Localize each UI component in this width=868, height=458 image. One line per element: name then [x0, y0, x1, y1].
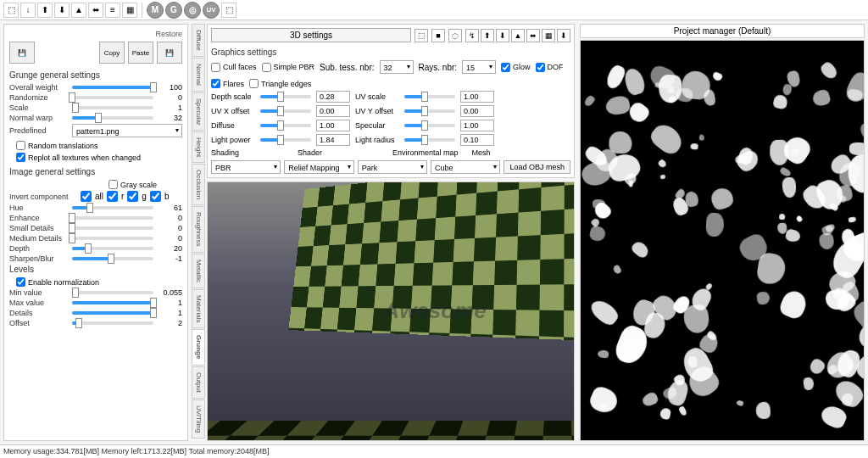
gfx-specular-label: Specular: [355, 121, 399, 130]
save2-icon[interactable]: 💾: [157, 42, 182, 64]
strip-4-icon[interactable]: ▲: [511, 29, 525, 42]
image-hue-slider[interactable]: [72, 206, 153, 209]
paste-button[interactable]: Paste: [128, 42, 153, 64]
strip-1-icon[interactable]: ↯: [465, 29, 479, 42]
vtab-metallic[interactable]: Metallic: [192, 254, 205, 288]
vtab-roughness[interactable]: Roughness: [192, 206, 205, 252]
save-icon[interactable]: 💾: [9, 42, 35, 64]
copy-button[interactable]: Copy: [99, 42, 125, 64]
enable-norm-check[interactable]: [16, 277, 25, 287]
camera-icon[interactable]: ■: [431, 29, 445, 42]
grunge-scale-label: Scale: [9, 103, 69, 112]
level-min-slider[interactable]: [72, 291, 153, 294]
image-sharpen-slider[interactable]: [72, 257, 153, 260]
gfx-depth_scale-slider[interactable]: [260, 95, 311, 98]
random-translations-check[interactable]: [16, 141, 25, 150]
gfx-light_radius-slider[interactable]: [404, 138, 455, 142]
vtab-specular[interactable]: Specular: [192, 92, 205, 131]
gfx-uvy-slider[interactable]: [404, 109, 455, 113]
tool-m-icon[interactable]: M: [147, 2, 164, 19]
grunge-normal_warp-slider[interactable]: [72, 116, 153, 120]
gfx-uvx-input[interactable]: [316, 105, 350, 117]
shader-select[interactable]: Relief Mapping: [284, 160, 353, 174]
invert-r-check[interactable]: [107, 191, 118, 202]
vtab-diffuse[interactable]: Diffuse: [192, 24, 205, 57]
vtab-occlusion[interactable]: Occlusion: [192, 164, 205, 205]
tool-wide-icon[interactable]: ⬌: [88, 3, 103, 18]
vtab-materials[interactable]: Materials: [192, 289, 205, 328]
tool-down-icon[interactable]: ↓: [20, 3, 36, 18]
gfx-specular-input[interactable]: [460, 120, 494, 131]
strip-7-icon[interactable]: ⬇: [557, 29, 570, 42]
tool-grid-icon[interactable]: ▦: [122, 3, 137, 18]
flares-check[interactable]: [211, 79, 220, 88]
gfx-uv_scale-input[interactable]: [460, 91, 494, 103]
level-max-slider[interactable]: [72, 301, 153, 304]
predefined-select[interactable]: pattern1.png: [72, 124, 182, 137]
gfx-uvx-slider[interactable]: [260, 109, 311, 113]
shading-select[interactable]: PBR: [211, 160, 281, 174]
gfx-light_power-input[interactable]: [316, 134, 350, 146]
gfx-diffuse-slider[interactable]: [260, 124, 311, 127]
cube-icon[interactable]: ⬚: [415, 29, 428, 42]
gfx-uvy-input[interactable]: [460, 105, 494, 117]
level-offset-slider[interactable]: [72, 321, 153, 325]
vtab-output[interactable]: Output: [192, 366, 205, 399]
simple-check[interactable]: [262, 63, 271, 72]
project-manager-header[interactable]: Project manager (Default): [580, 24, 865, 38]
load-obj-button[interactable]: Load OBJ mesh: [504, 160, 570, 174]
image-small-slider[interactable]: [72, 226, 153, 230]
rays-select[interactable]: 15: [462, 60, 496, 74]
texture-preview[interactable]: [580, 40, 865, 441]
vtab-height[interactable]: Height: [192, 131, 205, 163]
tool-globe-icon[interactable]: ◎: [184, 2, 201, 19]
vtab-grunge[interactable]: Grunge: [192, 329, 205, 365]
tool-down2-icon[interactable]: ⬇: [54, 3, 70, 18]
gfx-diffuse-input[interactable]: [316, 120, 350, 131]
strip-5-icon[interactable]: ⬌: [526, 29, 540, 42]
level-offset-value: 2: [157, 319, 182, 327]
replot-check[interactable]: [16, 153, 25, 162]
gfx-uv_scale-slider[interactable]: [404, 95, 455, 98]
tool-cube-icon[interactable]: ⬚: [3, 3, 19, 18]
gfx-depth_scale-input[interactable]: [316, 91, 350, 103]
level-details-slider[interactable]: [72, 311, 153, 315]
grunge-randomize-slider[interactable]: [72, 96, 153, 99]
image-depth-slider[interactable]: [72, 247, 153, 250]
refresh-icon[interactable]: ◌: [448, 29, 462, 42]
tool-last-icon[interactable]: ⬚: [221, 3, 236, 18]
gfx-light_power-slider[interactable]: [260, 138, 311, 142]
glow-check[interactable]: [501, 63, 510, 72]
restore-link[interactable]: Restore: [9, 30, 182, 38]
grunge-overall_weight-slider[interactable]: [72, 86, 153, 89]
invert-b-check[interactable]: [150, 191, 161, 202]
tool-peak-icon[interactable]: ▲: [71, 3, 86, 18]
strip-3-icon[interactable]: ⬇: [496, 29, 509, 42]
mesh-select[interactable]: Cube: [431, 160, 500, 174]
tool-bars-icon[interactable]: ≡: [105, 3, 120, 18]
gfx-specular-slider[interactable]: [404, 124, 455, 127]
vtab-normal[interactable]: Normal: [192, 58, 205, 92]
main-toolbar: ⬚ ↓ ⬆ ⬇ ▲ ⬌ ≡ ▦ M G ◎ UV ⬚: [0, 0, 868, 20]
grayscale-check[interactable]: [108, 180, 118, 189]
subtess-select[interactable]: 32: [380, 60, 414, 74]
tool-uv-icon[interactable]: UV: [203, 2, 220, 19]
tool-up1-icon[interactable]: ⬆: [37, 3, 53, 18]
gfx-light_radius-input[interactable]: [460, 134, 494, 146]
3d-viewport[interactable]: Awesome: [207, 182, 575, 441]
grunge-scale-slider[interactable]: [72, 106, 153, 109]
strip-6-icon[interactable]: ▦: [542, 29, 555, 42]
invert-g: g: [142, 192, 147, 201]
3d-settings-button[interactable]: 3D settings: [211, 28, 411, 42]
dof-check[interactable]: [536, 63, 545, 72]
cull-check[interactable]: [211, 63, 220, 72]
invert-all-check[interactable]: [81, 191, 92, 202]
vtab-uvtiling[interactable]: UV/Tiling: [192, 399, 205, 438]
tool-g-icon[interactable]: G: [165, 2, 182, 19]
envmap-select[interactable]: Park: [358, 160, 427, 174]
tri-check[interactable]: [249, 79, 259, 88]
invert-g-check[interactable]: [127, 191, 138, 202]
image-medium-slider[interactable]: [72, 237, 153, 240]
strip-2-icon[interactable]: ⬆: [481, 29, 494, 42]
image-enhance-slider[interactable]: [72, 216, 153, 220]
